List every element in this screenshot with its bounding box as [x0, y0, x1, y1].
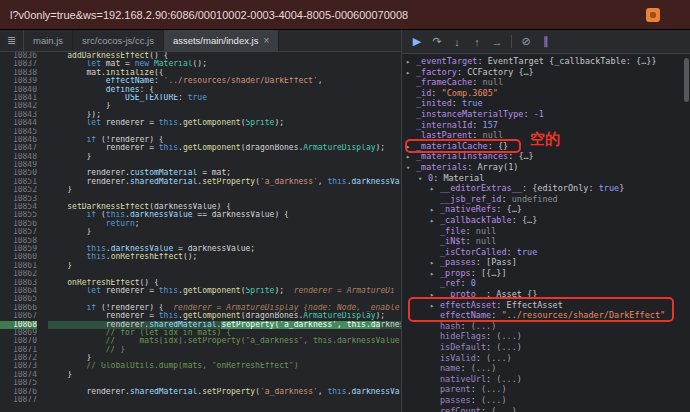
property-value[interactable]: (...) [491, 406, 517, 412]
expand-arrow[interactable]: ▾ [406, 163, 416, 174]
property-row-_callbackTable[interactable]: ▸_callbackTable: {…} [402, 215, 690, 226]
line-number[interactable]: 10874 [0, 371, 37, 379]
line-number[interactable]: 10841 [0, 94, 37, 102]
property-row-__proto__[interactable]: ▸__proto__: Asset {} [402, 289, 690, 300]
scrollbar-thumb[interactable] [684, 58, 689, 102]
line-number[interactable]: 10851 [0, 178, 37, 186]
tab-main-js[interactable]: main.js [24, 30, 73, 51]
tab-assets-main-index-js[interactable]: assets/main/index.js× [164, 30, 279, 51]
property-row-0[interactable]: ▾0: Material [402, 173, 690, 184]
line-number[interactable]: 10842 [0, 102, 37, 110]
property-row-passes[interactable]: passes: (...) [402, 395, 690, 406]
url-text[interactable]: l?v0only=true&ws=192.168.2.90:6086/00010… [10, 9, 408, 21]
line-number[interactable]: 10853 [0, 195, 37, 203]
line-number[interactable]: 10839 [0, 77, 37, 85]
line-number[interactable]: 10865 [0, 295, 37, 303]
line-number[interactable]: 10849 [0, 161, 37, 169]
property-row-_props[interactable]: ▸_props: [{…}] [402, 268, 690, 279]
line-number[interactable]: 10862 [0, 270, 37, 278]
property-row-name[interactable]: name: (...) [402, 363, 690, 374]
property-value[interactable]: (...) [496, 342, 522, 352]
line-number[interactable]: 10856 [0, 220, 37, 228]
property-row-_passes[interactable]: ▸_passes: [Pass] [402, 257, 690, 268]
line-number[interactable]: 10843 [0, 111, 37, 119]
property-row-_iN$t[interactable]: _iN$t: null [402, 236, 690, 247]
browser-address-bar[interactable]: l?v0only=true&ws=192.168.2.90:6086/00010… [0, 0, 690, 30]
line-number[interactable]: 10869 [0, 329, 37, 337]
line-number[interactable]: 10875 [0, 379, 37, 387]
line-number[interactable]: 10837 [0, 60, 37, 68]
property-row-_materialInstances[interactable]: ▸_materialInstances: {…} [402, 151, 690, 162]
line-number[interactable]: 10868 [0, 321, 37, 329]
property-value[interactable]: (...) [481, 395, 507, 405]
line-number[interactable]: 10855 [0, 211, 37, 219]
property-row-hash[interactable]: hash: (...) [402, 321, 690, 332]
line-number[interactable]: 10846 [0, 136, 37, 144]
step-into-button[interactable]: ↓ [448, 33, 466, 51]
line-number[interactable]: 10872 [0, 354, 37, 362]
extension-icon[interactable] [646, 8, 660, 22]
property-row-_file[interactable]: _file: null [402, 226, 690, 237]
property-value[interactable]: (...) [486, 353, 512, 363]
step-button[interactable]: → [488, 33, 506, 51]
step-out-button[interactable]: ↑ [468, 33, 486, 51]
property-row-__jsb_ref_id[interactable]: __jsb_ref_id: undefined [402, 194, 690, 205]
property-row-effectName[interactable]: effectName: "../resources/shader/DarkEff… [402, 310, 690, 321]
property-row-_factory[interactable]: ▸_factory: CCFactory {…} [402, 67, 690, 78]
line-number[interactable]: 10848 [0, 153, 37, 161]
property-row-_inited[interactable]: _inited: true [402, 98, 690, 109]
line-number[interactable]: 10861 [0, 262, 37, 270]
line-number[interactable]: 10854 [0, 203, 37, 211]
expand-arrow[interactable]: ▾ [418, 174, 428, 185]
line-number[interactable]: 10847 [0, 144, 37, 152]
step-over-button[interactable]: ↷ [428, 33, 446, 51]
line-number[interactable]: 10852 [0, 186, 37, 194]
line-number[interactable]: 10844 [0, 119, 37, 127]
line-number[interactable]: 10870 [0, 337, 37, 345]
property-row-_frameCache[interactable]: _frameCache: null [402, 77, 690, 88]
property-value[interactable]: (...) [496, 331, 522, 341]
property-row-isDefault[interactable]: isDefault: (...) [402, 342, 690, 353]
property-row-effectAsset[interactable]: ▸effectAsset: EffectAsset [402, 300, 690, 311]
line-number[interactable]: 10845 [0, 128, 37, 136]
property-row-_eventTarget[interactable]: ▸_eventTarget: EventTarget {_callbackTab… [402, 56, 690, 67]
line-number[interactable]: 10864 [0, 287, 37, 295]
deactivate-breakpoints-button[interactable]: ⊘ [517, 33, 535, 51]
line-number[interactable]: 10859 [0, 245, 37, 253]
line-number[interactable]: 10867 [0, 312, 37, 320]
line-number[interactable]: 10840 [0, 86, 37, 94]
property-row-__editorExtras__[interactable]: ▸__editorExtras__: {editorOnly: true} [402, 183, 690, 194]
line-number[interactable]: 10873 [0, 362, 37, 370]
property-row-_ref[interactable]: _ref: 0 [402, 278, 690, 289]
line-number[interactable]: 10866 [0, 304, 37, 312]
line-number[interactable]: 10850 [0, 169, 37, 177]
property-value[interactable]: (...) [496, 374, 522, 384]
line-number[interactable]: 10858 [0, 237, 37, 245]
line-number[interactable]: 10863 [0, 279, 37, 287]
resume-button[interactable]: ▶ [408, 33, 426, 51]
property-value[interactable]: (...) [481, 384, 507, 394]
property-row-isValid[interactable]: isValid: (...) [402, 353, 690, 364]
line-number[interactable]: 10877 [0, 396, 37, 404]
property-row-hideFlags[interactable]: hideFlags: (...) [402, 331, 690, 342]
property-row-refCount[interactable]: refCount: (...) [402, 406, 690, 412]
line-number[interactable]: 10836 [0, 52, 37, 60]
expand-arrow[interactable]: ▸ [430, 216, 440, 227]
code-area[interactable]: addDarknessEffect() { let mat = new Mate… [42, 52, 401, 412]
property-row-_internalId[interactable]: _internalId: 157 [402, 120, 690, 131]
tab-close-icon[interactable]: × [263, 35, 269, 46]
property-row-_instanceMaterialType[interactable]: _instanceMaterialType: -1 [402, 109, 690, 120]
property-row-_id[interactable]: _id: "Comp.3605" [402, 88, 690, 99]
property-row-parent[interactable]: parent: (...) [402, 384, 690, 395]
pause-on-exceptions-button[interactable]: ∥ [537, 33, 555, 51]
line-number[interactable]: 10876 [0, 388, 37, 396]
tab-src-cocos-js-cc-js[interactable]: src/cocos-js/cc.js [73, 30, 164, 51]
line-number[interactable]: 10860 [0, 253, 37, 261]
property-row-_isCtorCalled[interactable]: _isCtorCalled: true [402, 247, 690, 258]
line-number[interactable]: 10871 [0, 346, 37, 354]
line-number[interactable]: 10857 [0, 228, 37, 236]
property-row-_materials[interactable]: ▾_materials: Array(1) [402, 162, 690, 173]
property-row-_nativeRefs[interactable]: ▸_nativeRefs: {…} [402, 204, 690, 215]
property-value[interactable]: (...) [471, 321, 497, 331]
property-value[interactable]: (...) [471, 363, 497, 373]
